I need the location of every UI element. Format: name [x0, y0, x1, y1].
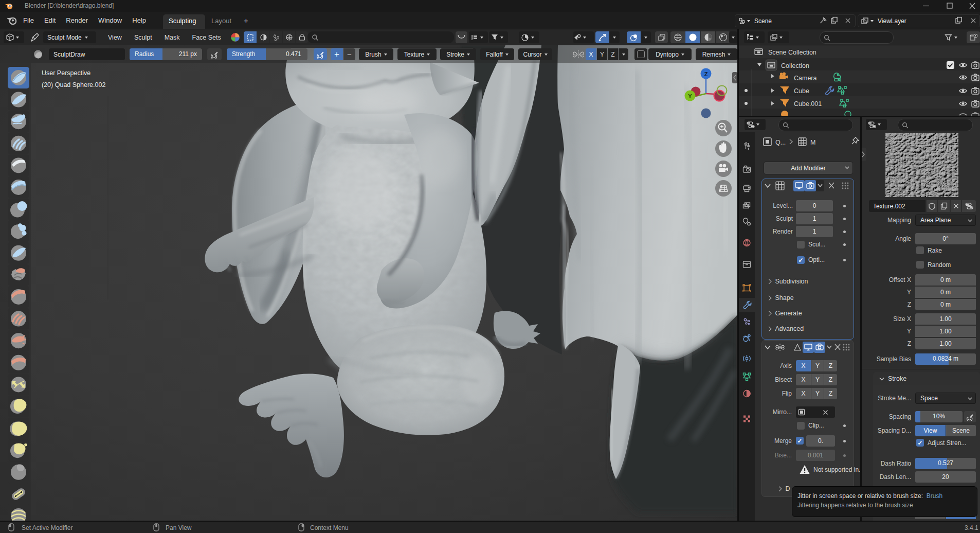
svg-text:Collection: Collection [781, 62, 809, 69]
svg-text:Y: Y [688, 93, 692, 99]
svg-text:User Perspective: User Perspective [42, 69, 90, 77]
svg-text:Scene Collection: Scene Collection [768, 49, 816, 56]
svg-text:Q...: Q... [775, 139, 786, 146]
svg-text:Z: Z [704, 71, 708, 77]
svg-text:Cube.001: Cube.001 [794, 100, 822, 108]
svg-text:M: M [810, 139, 815, 146]
svg-text:(20) Quad Sphere.002: (20) Quad Sphere.002 [42, 81, 105, 88]
svg-text:Camera: Camera [794, 75, 817, 82]
svg-text:Cube: Cube [794, 87, 809, 95]
